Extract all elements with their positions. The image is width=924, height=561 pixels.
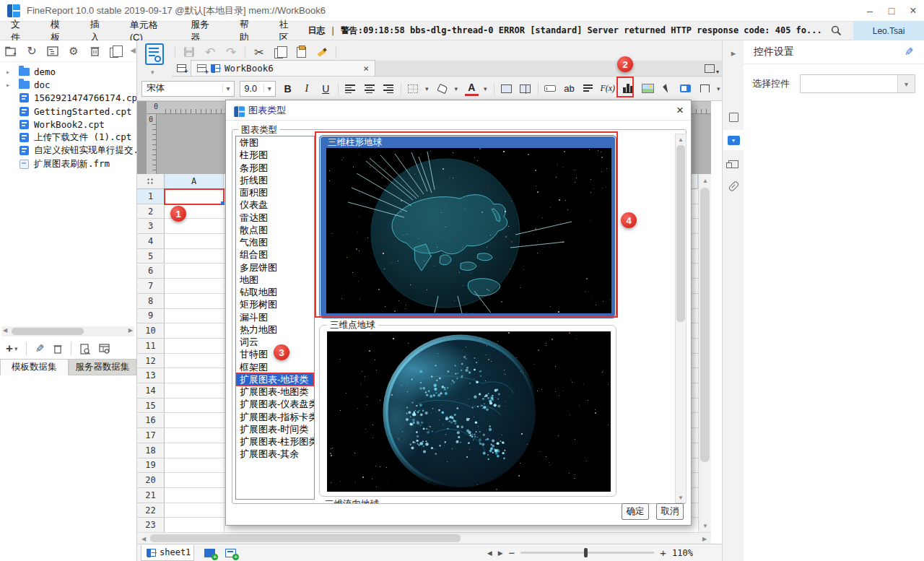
dialog-vscrollbar[interactable]	[675, 134, 687, 503]
chart-type-item-10[interactable]: 多层饼图	[236, 261, 314, 274]
chart-type-item-1[interactable]: 柱形图	[236, 149, 314, 161]
row-header-14[interactable]: 14	[137, 383, 165, 399]
chart-type-item-4[interactable]: 面积图	[236, 186, 314, 199]
row-header-6[interactable]: 6	[137, 264, 165, 279]
chart-type-item-22[interactable]: 扩展图表-指标卡类	[236, 411, 314, 423]
menu-item-2[interactable]: 插入	[79, 22, 119, 40]
row-header-23[interactable]: 23	[137, 518, 165, 532]
dataset-config-icon[interactable]	[99, 344, 110, 354]
template-version-button[interactable]	[141, 42, 167, 74]
italic-button[interactable]: I	[300, 80, 313, 97]
row-header-8[interactable]: 8	[137, 294, 165, 309]
menu-item-1[interactable]: 模板	[40, 22, 79, 40]
menu-item-0[interactable]: 文件	[0, 22, 40, 40]
align-center-icon[interactable]	[362, 80, 376, 97]
row-header-16[interactable]: 16	[137, 414, 165, 429]
menu-item-5[interactable]: 帮助	[229, 22, 269, 40]
zoom-slider[interactable]	[520, 552, 654, 554]
zoom-slider-knob[interactable]	[584, 548, 588, 557]
scrollbar-thumb[interactable]	[12, 328, 84, 335]
font-size-select[interactable]: 9.0	[240, 81, 276, 97]
row-header-17[interactable]: 17	[137, 428, 165, 443]
float-element-icon[interactable]	[725, 109, 741, 125]
select-widget-dropdown[interactable]	[800, 74, 915, 93]
align-right-icon[interactable]	[381, 80, 395, 97]
chart-type-item-8[interactable]: 气泡图	[236, 236, 314, 248]
collapse-right-panel-icon[interactable]	[725, 45, 741, 61]
row-header-15[interactable]: 15	[137, 399, 165, 414]
format-painter-icon[interactable]	[315, 45, 329, 59]
collapse-left-panel-icon[interactable]	[130, 46, 136, 54]
copy-icon[interactable]	[273, 45, 287, 59]
scroll-right-icon[interactable]	[698, 533, 711, 544]
chart-type-item-13[interactable]: 矩形树图	[236, 298, 314, 310]
add-form-sheet-icon[interactable]: +	[225, 549, 236, 557]
scroll-up-icon[interactable]	[699, 175, 711, 186]
new-folder-icon[interactable]: +	[4, 45, 17, 58]
refresh-icon[interactable]	[25, 45, 38, 58]
tree-item-3[interactable]: GettingStarted.cpt	[0, 105, 136, 118]
chart-type-item-3[interactable]: 折线图	[236, 174, 314, 186]
dialog-scrollbar-thumb[interactable]	[676, 145, 685, 322]
chart-type-item-14[interactable]: 漏斗图	[236, 311, 314, 323]
dialog-close-icon[interactable]	[676, 103, 684, 118]
row-header-7[interactable]: 7	[137, 279, 165, 294]
chart-type-item-6[interactable]: 雷达图	[236, 212, 314, 224]
font-color-dropdown-icon[interactable]	[484, 85, 489, 92]
chart-type-item-7[interactable]: 散点图	[236, 224, 314, 236]
earth-column-image[interactable]	[326, 148, 611, 313]
condition-attributes-icon[interactable]	[725, 156, 741, 172]
chart-type-item-2[interactable]: 条形图	[236, 162, 314, 174]
tab-template-datasets[interactable]: 模板数据集	[0, 359, 69, 375]
rich-text-icon[interactable]	[581, 80, 595, 97]
scroll-down-icon[interactable]	[676, 492, 686, 503]
preview-dataset-icon[interactable]	[80, 344, 90, 355]
chart-type-item-19[interactable]: 扩展图表-地球类	[236, 373, 314, 386]
borders-dropdown-icon[interactable]	[425, 85, 430, 92]
tree-item-6[interactable]: 自定义按钮实现单行提交.cpt	[0, 144, 136, 157]
chart-type-item-24[interactable]: 扩展图表-柱形图类	[236, 435, 314, 448]
underline-button[interactable]: U	[319, 80, 333, 97]
settings-gear-icon[interactable]	[67, 45, 80, 58]
chart-type-item-25[interactable]: 扩展图表-其余	[236, 448, 314, 460]
row-header-3[interactable]: 3	[137, 219, 165, 234]
row-header-13[interactable]: 13	[137, 368, 165, 383]
cut-icon[interactable]	[252, 45, 266, 59]
copy-template-icon[interactable]	[109, 45, 122, 58]
delete-trash-icon[interactable]	[88, 45, 101, 58]
fill-dropdown-icon[interactable]	[454, 85, 459, 92]
tree-item-7[interactable]: 扩展图表刷新.frm	[0, 157, 136, 170]
grid-vscrollbar[interactable]	[698, 174, 711, 532]
zoom-out-icon[interactable]: −	[509, 547, 515, 559]
redo-icon[interactable]	[224, 45, 238, 59]
merge-cells-icon[interactable]	[500, 80, 513, 97]
unmerge-cells-icon[interactable]	[518, 80, 532, 97]
grid-corner-handle[interactable]	[137, 174, 165, 189]
row-header-5[interactable]: 5	[137, 249, 165, 264]
log-label[interactable]: 日志	[308, 25, 325, 37]
add-grid-sheet-icon[interactable]: +	[204, 549, 215, 557]
align-left-icon[interactable]	[344, 80, 357, 97]
save-icon[interactable]	[182, 45, 196, 59]
chart-type-item-9[interactable]: 组合图	[236, 248, 314, 261]
menu-item-4[interactable]: 服务器	[180, 22, 228, 40]
tab-workbook6[interactable]: WorkBook6	[191, 60, 375, 76]
vscrollbar-thumb[interactable]	[700, 188, 710, 462]
selected-cell-a1[interactable]	[164, 188, 225, 205]
insert-chart-icon[interactable]	[622, 80, 635, 97]
ok-button[interactable]: 确定	[622, 503, 649, 520]
row-header-2[interactable]: 2	[137, 204, 165, 219]
paste-icon[interactable]	[294, 45, 308, 59]
delete-dataset-icon[interactable]	[53, 344, 62, 354]
add-dataset-button[interactable]	[6, 342, 17, 356]
row-header-1[interactable]: 1	[137, 189, 165, 204]
font-color-icon[interactable]: A	[465, 82, 479, 96]
row-header-22[interactable]: 22	[137, 503, 165, 518]
row-header-18[interactable]: 18	[137, 443, 165, 458]
chart-type-item-11[interactable]: 地图	[236, 274, 314, 286]
insert-shape-icon[interactable]	[660, 80, 674, 97]
row-header-12[interactable]: 12	[137, 354, 165, 369]
undo-icon[interactable]	[203, 45, 217, 59]
row-header-9[interactable]: 9	[137, 309, 165, 324]
scroll-down-icon[interactable]	[699, 520, 711, 531]
